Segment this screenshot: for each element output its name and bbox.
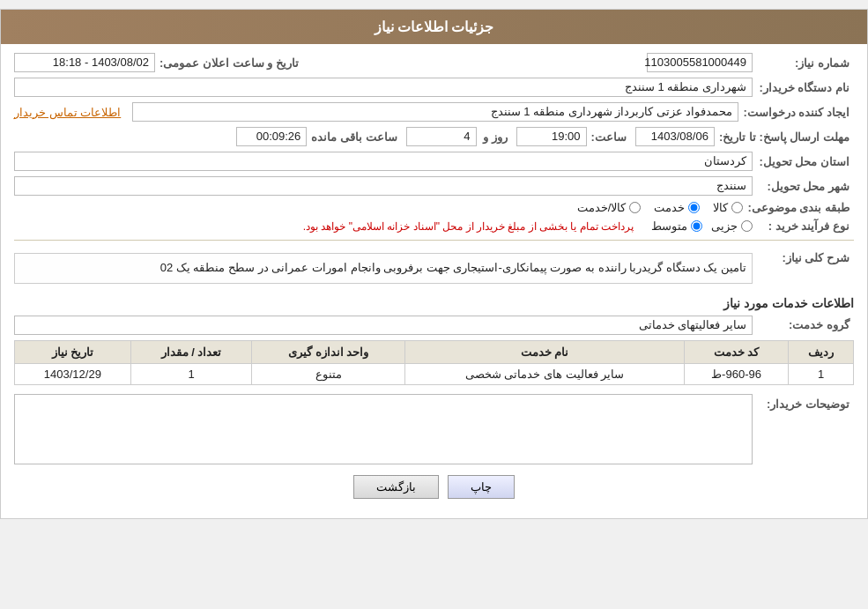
- province-value: کردستان: [14, 152, 753, 171]
- need-number-label: شماره نیاز:: [757, 56, 854, 70]
- need-number-value: 1103005581000449: [647, 53, 753, 72]
- purchase-motavaset-item: متوسط: [651, 219, 702, 233]
- back-button[interactable]: بازگشت: [353, 475, 439, 499]
- col-service-name: نام خدمت: [405, 340, 685, 363]
- province-label: استان محل تحویل:: [757, 155, 854, 168]
- content-area: شماره نیاز: 1103005581000449 تاریخ و ساع…: [1, 44, 867, 518]
- city-value: سنندج: [14, 176, 753, 196]
- deadline-remain: 00:09:26: [236, 127, 307, 146]
- col-service-code: کد خدمت: [684, 340, 788, 363]
- buyer-org-row: نام دستگاه خریدار: شهرداری منطقه 1 سنندج: [14, 78, 854, 97]
- deadline-remain-label: ساعت باقی مانده: [311, 130, 401, 144]
- category-kala-item: کالا: [713, 201, 743, 214]
- divider-1: [14, 240, 854, 241]
- purchase-note: پرداخت تمام یا بخشی از مبلغ خریدار از مح…: [303, 220, 634, 233]
- page-header: جزئیات اطلاعات نیاز: [1, 10, 867, 44]
- footer-buttons: چاپ بازگشت: [14, 475, 854, 499]
- purchase-jozvi-label: جزیی: [711, 219, 738, 233]
- service-group-value: سایر فعالیتهای خدماتی: [14, 316, 753, 335]
- category-kala-khadamat-item: کالا/خدمت: [577, 201, 642, 214]
- buyer-org-label: نام دستگاه خریدار:: [757, 81, 854, 94]
- deadline-row: مهلت ارسال پاسخ: تا تاریخ: 1403/08/06 سا…: [14, 127, 854, 146]
- category-kala-khadamat-label: کالا/خدمت: [577, 201, 627, 214]
- announce-label: تاریخ و ساعت اعلان عمومی:: [160, 56, 303, 70]
- need-number-row: شماره نیاز: 1103005581000449 تاریخ و ساع…: [14, 53, 854, 72]
- page-wrapper: جزئیات اطلاعات نیاز شماره نیاز: 11030055…: [0, 9, 868, 519]
- deadline-time: 19:00: [516, 127, 587, 146]
- services-table: ردیف کد خدمت نام خدمت واحد اندازه گیری ت…: [14, 340, 854, 385]
- category-khadamat-item: خدمت: [654, 201, 700, 214]
- buyer-org-value: شهرداری منطقه 1 سنندج: [14, 78, 753, 97]
- buyer-notes-row: توضیحات خریدار:: [14, 394, 854, 464]
- contact-link[interactable]: اطلاعات تماس خریدار: [14, 106, 121, 119]
- purchase-type-label: نوع فرآیند خرید :: [757, 219, 854, 233]
- province-row: استان محل تحویل: کردستان: [14, 152, 854, 171]
- purchase-type-options: جزیی متوسط پرداخت تمام یا بخشی از مبلغ خ…: [303, 219, 753, 233]
- category-kala-label: کالا: [713, 201, 728, 214]
- col-quantity: تعداد / مقدار: [130, 340, 252, 363]
- print-button[interactable]: چاپ: [448, 475, 515, 499]
- purchase-type-row: نوع فرآیند خرید : جزیی متوسط پرداخت تمام…: [14, 219, 854, 233]
- category-khadamat-label: خدمت: [654, 201, 685, 214]
- creator-label: ایجاد کننده درخواست:: [743, 106, 854, 119]
- table-row: 1960-96-طسایر فعالیت های خدماتی شخصیمتنو…: [15, 363, 854, 384]
- col-date: تاریخ نیاز: [15, 340, 131, 363]
- purchase-motavaset-radio[interactable]: [691, 220, 702, 232]
- category-label: طبقه بندی موضوعی:: [747, 201, 854, 214]
- purchase-jozvi-item: جزیی: [711, 219, 753, 233]
- category-kala-khadamat-radio[interactable]: [629, 202, 641, 213]
- category-radio-group: کالا خدمت کالا/خدمت: [577, 201, 744, 214]
- creator-row: ایجاد کننده درخواست: محمدفواد عزتی کاربر…: [14, 102, 854, 122]
- deadline-label: مهلت ارسال پاسخ: تا تاریخ:: [719, 130, 854, 144]
- need-desc-label: شرح کلی نیاز:: [757, 248, 854, 264]
- category-row: طبقه بندی موضوعی: کالا خدمت کالا/خدمت: [14, 201, 854, 214]
- category-khadamat-radio[interactable]: [688, 202, 700, 213]
- col-row-number: ردیف: [789, 340, 854, 363]
- category-kala-radio[interactable]: [731, 202, 743, 213]
- announce-value: 1403/08/02 - 18:18: [14, 53, 155, 72]
- col-unit: واحد اندازه گیری: [252, 340, 405, 363]
- need-desc-box: تامین یک دستگاه گریدربا راننده به صورت پ…: [14, 253, 753, 284]
- city-label: شهر محل تحویل:: [757, 180, 854, 193]
- purchase-motavaset-label: متوسط: [651, 219, 687, 233]
- purchase-jozvi-radio[interactable]: [741, 220, 753, 232]
- deadline-date: 1403/08/06: [635, 127, 715, 146]
- need-desc-value: تامین یک دستگاه گریدربا راننده به صورت پ…: [20, 259, 746, 278]
- page-title: جزئیات اطلاعات نیاز: [375, 19, 494, 34]
- deadline-days-label: روز و: [481, 130, 512, 144]
- need-desc-row: شرح کلی نیاز: تامین یک دستگاه گریدربا را…: [14, 248, 854, 289]
- creator-value: محمدفواد عزتی کاربرداز شهرداری منطقه 1 س…: [132, 102, 738, 122]
- table-header-row: ردیف کد خدمت نام خدمت واحد اندازه گیری ت…: [15, 340, 854, 363]
- buyer-notes-textarea[interactable]: [14, 394, 753, 464]
- deadline-days: 4: [406, 127, 477, 146]
- city-row: شهر محل تحویل: سنندج: [14, 176, 854, 196]
- deadline-time-label: ساعت:: [591, 130, 631, 144]
- buyer-notes-label: توضیحات خریدار:: [757, 394, 854, 411]
- service-group-row: گروه خدمت: سایر فعالیتهای خدماتی: [14, 316, 854, 335]
- service-group-label: گروه خدمت:: [757, 318, 854, 331]
- service-info-title: اطلاعات خدمات مورد نیاز: [14, 296, 854, 310]
